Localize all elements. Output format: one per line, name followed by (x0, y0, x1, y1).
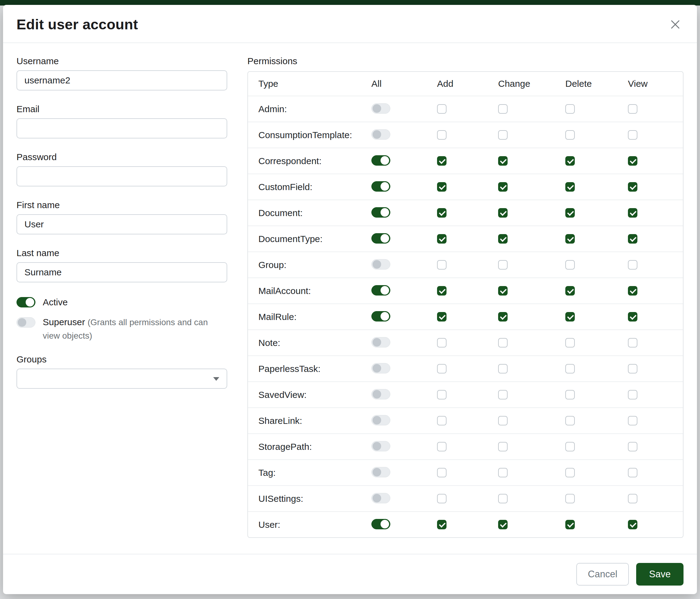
permission-change-checkbox[interactable] (498, 104, 507, 114)
permission-delete-checkbox[interactable] (565, 416, 575, 425)
permission-delete-checkbox[interactable] (565, 468, 575, 477)
permission-view-checkbox[interactable] (628, 468, 638, 477)
permission-add-checkbox[interactable] (437, 494, 447, 503)
permission-delete-checkbox[interactable] (565, 130, 575, 140)
superuser-toggle[interactable] (17, 317, 35, 328)
permission-type-label: User: (248, 520, 367, 530)
permission-add-checkbox[interactable] (437, 416, 447, 425)
groups-select[interactable] (17, 368, 227, 389)
cancel-button[interactable]: Cancel (576, 563, 629, 585)
permission-add-checkbox[interactable] (437, 156, 447, 166)
permission-view-checkbox[interactable] (628, 520, 638, 529)
permission-change-checkbox[interactable] (498, 312, 507, 321)
permission-all-toggle[interactable] (371, 233, 390, 244)
permission-change-checkbox[interactable] (498, 364, 507, 374)
permission-add-checkbox[interactable] (437, 468, 447, 477)
permission-view-checkbox[interactable] (628, 390, 638, 400)
permission-delete-checkbox[interactable] (565, 260, 575, 269)
permission-all-toggle[interactable] (371, 415, 390, 425)
permission-delete-checkbox[interactable] (565, 156, 575, 166)
permission-add-checkbox[interactable] (437, 364, 447, 374)
permission-add-checkbox[interactable] (437, 260, 447, 269)
permission-delete-checkbox[interactable] (565, 182, 575, 192)
permission-change-checkbox[interactable] (498, 442, 507, 451)
permission-delete-checkbox[interactable] (565, 338, 575, 348)
permission-all-toggle[interactable] (371, 519, 390, 529)
permission-view-checkbox[interactable] (628, 364, 638, 374)
permission-change-checkbox[interactable] (498, 234, 507, 244)
permission-add-checkbox[interactable] (437, 520, 447, 529)
permission-change-checkbox[interactable] (498, 182, 507, 192)
permission-all-toggle[interactable] (371, 259, 390, 269)
permission-delete-checkbox[interactable] (565, 286, 575, 295)
permission-delete-checkbox[interactable] (565, 104, 575, 114)
close-button[interactable] (667, 16, 683, 33)
permission-change-checkbox[interactable] (498, 416, 507, 425)
permission-change-checkbox[interactable] (498, 520, 507, 529)
permissions-table: Type All Add Change Delete View Admin:Co… (247, 71, 683, 538)
permission-delete-checkbox[interactable] (565, 390, 575, 400)
permission-all-toggle[interactable] (371, 363, 390, 374)
permission-all-toggle[interactable] (371, 389, 390, 400)
permission-delete-checkbox[interactable] (565, 442, 575, 451)
permission-view-checkbox[interactable] (628, 234, 638, 244)
permission-add-checkbox[interactable] (437, 208, 447, 218)
permission-change-checkbox[interactable] (498, 494, 507, 503)
permission-delete-checkbox[interactable] (565, 494, 575, 503)
permission-view-checkbox[interactable] (628, 442, 638, 451)
password-input[interactable] (17, 166, 227, 186)
permission-type-label: Document: (248, 208, 367, 218)
permission-add-checkbox[interactable] (437, 390, 447, 400)
permission-all-toggle[interactable] (371, 285, 390, 295)
permission-view-checkbox[interactable] (628, 182, 638, 192)
permission-add-checkbox[interactable] (437, 182, 447, 192)
permission-change-checkbox[interactable] (498, 130, 507, 140)
permission-view-checkbox[interactable] (628, 104, 638, 114)
permission-change-checkbox[interactable] (498, 338, 507, 348)
permission-all-toggle[interactable] (371, 155, 390, 166)
permission-view-checkbox[interactable] (628, 494, 638, 503)
permission-delete-checkbox[interactable] (565, 520, 575, 529)
permission-view-checkbox[interactable] (628, 260, 638, 269)
permission-view-checkbox[interactable] (628, 156, 638, 166)
active-toggle[interactable] (17, 297, 35, 308)
email-input[interactable] (17, 118, 227, 139)
permission-all-toggle[interactable] (371, 493, 390, 503)
permission-view-checkbox[interactable] (628, 416, 638, 425)
permission-all-toggle[interactable] (371, 207, 390, 218)
permission-delete-checkbox[interactable] (565, 208, 575, 218)
permission-change-checkbox[interactable] (498, 260, 507, 269)
permission-all-toggle[interactable] (371, 129, 390, 140)
permission-view-checkbox[interactable] (628, 338, 638, 348)
permission-add-checkbox[interactable] (437, 234, 447, 244)
permission-all-toggle[interactable] (371, 103, 390, 114)
permission-add-checkbox[interactable] (437, 338, 447, 348)
permission-view-checkbox[interactable] (628, 286, 638, 295)
permission-view-checkbox[interactable] (628, 312, 638, 321)
permission-add-checkbox[interactable] (437, 104, 447, 114)
permission-delete-checkbox[interactable] (565, 312, 575, 321)
permission-change-checkbox[interactable] (498, 468, 507, 477)
permission-view-checkbox[interactable] (628, 208, 638, 218)
permission-all-toggle[interactable] (371, 181, 390, 192)
permission-all-toggle[interactable] (371, 337, 390, 348)
permission-delete-checkbox[interactable] (565, 234, 575, 244)
permission-add-checkbox[interactable] (437, 130, 447, 140)
first-name-input[interactable] (17, 214, 227, 234)
permission-view-checkbox[interactable] (628, 130, 638, 140)
username-input[interactable] (17, 70, 227, 91)
last-name-input[interactable] (17, 262, 227, 282)
permission-add-checkbox[interactable] (437, 286, 447, 295)
permission-change-checkbox[interactable] (498, 390, 507, 400)
save-button[interactable]: Save (636, 563, 683, 585)
active-toggle-row: Active (17, 297, 227, 308)
permission-change-checkbox[interactable] (498, 208, 507, 218)
permission-change-checkbox[interactable] (498, 156, 507, 166)
permission-delete-checkbox[interactable] (565, 364, 575, 374)
permission-all-toggle[interactable] (371, 441, 390, 451)
permission-all-toggle[interactable] (371, 467, 390, 477)
permission-all-toggle[interactable] (371, 311, 390, 321)
permission-add-checkbox[interactable] (437, 312, 447, 321)
permission-add-checkbox[interactable] (437, 442, 447, 451)
permission-change-checkbox[interactable] (498, 286, 507, 295)
